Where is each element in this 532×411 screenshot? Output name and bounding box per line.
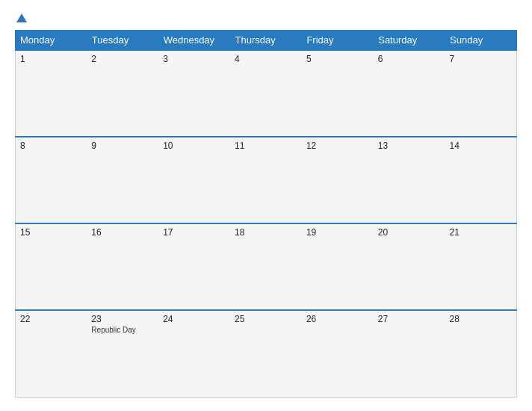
day-number: 13 xyxy=(378,140,441,151)
day-number: 9 xyxy=(91,140,154,151)
day-number: 21 xyxy=(450,227,512,238)
calendar-cell: 17 xyxy=(158,223,230,310)
calendar-week-row: 1234567 xyxy=(16,50,517,137)
calendar-week-row: 891011121314 xyxy=(16,137,517,223)
calendar-table: Monday Tuesday Wednesday Thursday Friday… xyxy=(15,30,517,398)
calendar-week-row: 2223Republic Day2425262728 xyxy=(16,310,517,397)
calendar-cell: 18 xyxy=(230,223,302,310)
day-number: 1 xyxy=(20,54,82,64)
weekday-header-row: Monday Tuesday Wednesday Thursday Friday… xyxy=(16,31,517,51)
calendar-cell: 10 xyxy=(158,137,230,223)
holiday-label: Republic Day xyxy=(91,326,154,334)
calendar-cell: 9 xyxy=(87,137,158,223)
day-number: 23 xyxy=(91,314,154,324)
page: Monday Tuesday Wednesday Thursday Friday… xyxy=(0,0,532,411)
calendar-cell: 14 xyxy=(445,137,517,223)
day-number: 12 xyxy=(306,140,369,151)
logo xyxy=(15,13,27,22)
day-number: 16 xyxy=(91,227,154,238)
logo-triangle-icon xyxy=(16,13,27,22)
calendar-cell: 4 xyxy=(230,50,302,137)
col-sunday: Sunday xyxy=(445,31,517,51)
calendar-cell: 28 xyxy=(445,310,517,397)
calendar-cell: 1 xyxy=(16,50,87,137)
day-number: 2 xyxy=(91,54,154,64)
header xyxy=(15,13,517,22)
day-number: 26 xyxy=(306,314,369,324)
calendar-cell: 27 xyxy=(374,310,445,397)
day-number: 25 xyxy=(235,314,297,324)
calendar-cell: 7 xyxy=(445,50,517,137)
day-number: 6 xyxy=(378,54,441,64)
day-number: 11 xyxy=(235,140,297,151)
day-number: 27 xyxy=(378,314,441,324)
day-number: 28 xyxy=(450,314,512,324)
calendar-cell: 19 xyxy=(302,223,374,310)
day-number: 5 xyxy=(306,54,369,64)
day-number: 3 xyxy=(163,54,226,64)
col-tuesday: Tuesday xyxy=(87,31,158,51)
day-number: 22 xyxy=(20,314,82,324)
day-number: 18 xyxy=(235,227,297,238)
day-number: 14 xyxy=(450,140,512,151)
calendar-cell: 23Republic Day xyxy=(87,310,158,397)
calendar-cell: 16 xyxy=(87,223,158,310)
day-number: 24 xyxy=(163,314,226,324)
calendar-cell: 24 xyxy=(158,310,230,397)
calendar-cell: 22 xyxy=(16,310,87,397)
calendar-cell: 11 xyxy=(230,137,302,223)
col-saturday: Saturday xyxy=(374,31,445,51)
day-number: 17 xyxy=(163,227,226,238)
calendar-cell: 21 xyxy=(445,223,517,310)
day-number: 19 xyxy=(306,227,369,238)
calendar-cell: 3 xyxy=(158,50,230,137)
day-number: 20 xyxy=(378,227,441,238)
calendar-cell: 15 xyxy=(16,223,87,310)
col-monday: Monday xyxy=(16,31,87,51)
calendar-cell: 2 xyxy=(87,50,158,137)
day-number: 10 xyxy=(163,140,226,151)
col-thursday: Thursday xyxy=(230,31,302,51)
day-number: 7 xyxy=(450,54,512,64)
calendar-cell: 5 xyxy=(302,50,374,137)
col-wednesday: Wednesday xyxy=(158,31,230,51)
calendar-cell: 12 xyxy=(302,137,374,223)
day-number: 4 xyxy=(235,54,297,64)
calendar-cell: 6 xyxy=(374,50,445,137)
calendar-cell: 20 xyxy=(374,223,445,310)
calendar-cell: 13 xyxy=(374,137,445,223)
calendar-cell: 8 xyxy=(16,137,87,223)
day-number: 15 xyxy=(20,227,82,238)
calendar-cell: 25 xyxy=(230,310,302,397)
col-friday: Friday xyxy=(302,31,374,51)
calendar-cell: 26 xyxy=(302,310,374,397)
calendar-week-row: 15161718192021 xyxy=(16,223,517,310)
day-number: 8 xyxy=(20,140,82,151)
